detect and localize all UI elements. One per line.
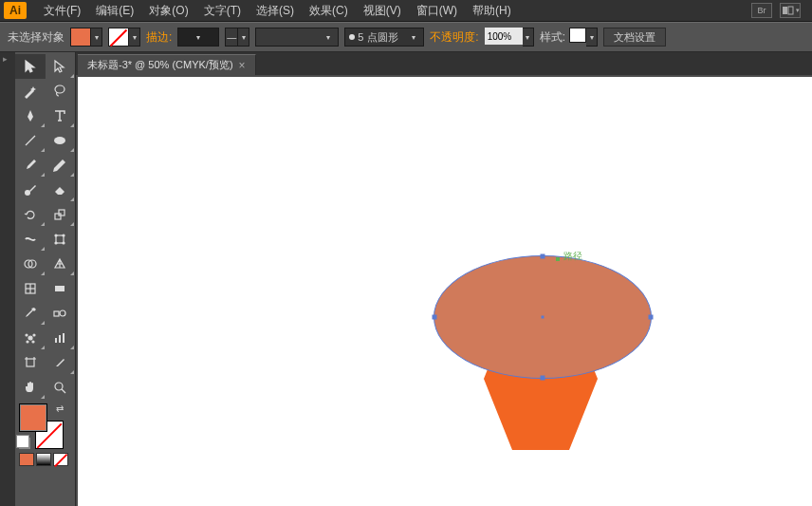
fill-color-square[interactable] <box>19 403 47 432</box>
svg-point-5 <box>25 190 30 196</box>
style-label: 样式: <box>540 29 565 46</box>
eraser-tool[interactable] <box>46 178 76 202</box>
selection-tool[interactable] <box>15 54 46 79</box>
svg-point-4 <box>54 137 65 144</box>
svg-rect-0 <box>783 7 787 14</box>
svg-point-11 <box>55 242 57 244</box>
menu-window[interactable]: 窗口(W) <box>409 3 465 19</box>
scale-tool[interactable] <box>46 202 76 227</box>
zoom-tool[interactable] <box>46 375 76 400</box>
svg-rect-1 <box>788 7 793 14</box>
eyedropper-tool[interactable] <box>15 301 46 326</box>
pencil-tool[interactable] <box>46 153 76 178</box>
document-tab[interactable]: 未标题-3* @ 50% (CMYK/预览) × <box>78 54 256 75</box>
blob-brush-tool[interactable] <box>15 178 46 202</box>
profile-button[interactable]: — <box>225 28 238 47</box>
anchor-point[interactable] <box>541 376 545 381</box>
ellipse-tool[interactable] <box>46 128 76 153</box>
canvas-area[interactable]: 路径 <box>76 75 812 506</box>
style-dropdown[interactable]: ▾ <box>586 28 598 47</box>
slice-tool[interactable] <box>46 350 76 375</box>
fill-swatch-dropdown[interactable]: ▾ <box>91 28 102 47</box>
close-icon[interactable]: × <box>239 59 246 72</box>
stroke-swatch-dropdown[interactable]: ▾ <box>129 28 140 47</box>
brush-tool[interactable] <box>15 153 46 178</box>
direct-selection-tool[interactable] <box>46 54 76 79</box>
opacity-label[interactable]: 不透明度: <box>430 29 478 46</box>
svg-point-23 <box>33 334 35 336</box>
graph-tool[interactable] <box>46 326 76 350</box>
menu-object[interactable]: 对象(O) <box>141 3 195 19</box>
svg-rect-18 <box>55 286 65 291</box>
width-tool[interactable] <box>15 227 46 252</box>
artboard-tool[interactable] <box>15 350 46 375</box>
menu-help[interactable]: 帮助(H) <box>465 3 519 19</box>
brush-definition-field[interactable]: ▾ <box>255 28 339 47</box>
workspace-switcher[interactable]: ▾ <box>780 3 801 18</box>
bridge-button[interactable]: Br <box>751 3 772 18</box>
color-mode-button[interactable] <box>19 453 34 466</box>
path-indicator-icon <box>556 257 560 261</box>
tab-bar: 未标题-3* @ 50% (CMYK/预览) × <box>76 52 812 75</box>
swap-colors-icon[interactable]: ⇄ <box>56 403 64 414</box>
gradient-tool[interactable] <box>46 276 76 301</box>
gradient-mode-button[interactable] <box>36 453 51 466</box>
svg-point-12 <box>63 242 65 244</box>
menu-text[interactable]: 文字(T) <box>196 3 249 19</box>
line-tool[interactable] <box>15 128 46 153</box>
default-colors-icon[interactable] <box>19 438 30 449</box>
selection-status: 未选择对象 <box>8 29 65 46</box>
pen-tool[interactable] <box>15 103 46 128</box>
path-label: 路径 <box>563 250 582 263</box>
svg-rect-27 <box>59 335 61 343</box>
rotate-tool[interactable] <box>15 202 46 227</box>
artboard[interactable]: 路径 <box>78 77 812 506</box>
profile-dropdown[interactable]: ▾ <box>238 28 249 47</box>
svg-point-20 <box>60 310 65 316</box>
free-transform-tool[interactable] <box>46 227 76 252</box>
perspective-tool[interactable] <box>46 252 76 276</box>
ellipse-shape[interactable] <box>434 255 652 379</box>
svg-point-9 <box>55 234 57 236</box>
document-settings-button[interactable]: 文档设置 <box>603 28 666 47</box>
menu-select[interactable]: 选择(S) <box>249 3 302 19</box>
mesh-tool[interactable] <box>15 276 46 301</box>
hand-tool[interactable] <box>15 375 46 400</box>
menu-edit[interactable]: 编辑(E) <box>88 3 141 19</box>
symbol-tool[interactable] <box>15 326 46 350</box>
toolbox: ⇄ <box>15 52 76 506</box>
menu-view[interactable]: 视图(V) <box>356 3 409 19</box>
svg-point-10 <box>63 234 65 236</box>
lasso-tool[interactable] <box>46 79 76 103</box>
stroke-label[interactable]: 描边: <box>146 29 172 46</box>
anchor-point[interactable] <box>541 254 545 259</box>
stroke-swatch[interactable] <box>108 28 129 47</box>
shape-builder-tool[interactable] <box>15 252 46 276</box>
panel-collapse-icon[interactable]: ▸ <box>3 54 12 64</box>
svg-rect-7 <box>59 210 65 216</box>
style-swatch[interactable] <box>569 28 586 43</box>
magic-wand-tool[interactable] <box>15 79 46 103</box>
opacity-field[interactable]: 100% <box>485 28 523 45</box>
tab-title: 未标题-3* @ 50% (CMYK/预览) <box>87 58 233 72</box>
svg-point-24 <box>27 341 28 343</box>
opacity-dropdown[interactable]: ▾ <box>523 28 534 47</box>
brush-style-field[interactable]: 5 点圆形▾ <box>344 28 424 47</box>
type-tool[interactable] <box>46 103 76 128</box>
svg-point-22 <box>26 334 28 336</box>
stroke-weight-field[interactable]: ▾ <box>177 28 219 47</box>
svg-point-34 <box>55 383 63 390</box>
fill-swatch[interactable] <box>70 28 91 47</box>
color-picker[interactable]: ⇄ <box>19 403 71 449</box>
svg-rect-6 <box>55 214 61 219</box>
svg-rect-28 <box>63 333 65 343</box>
anchor-point[interactable] <box>649 315 654 320</box>
none-mode-button[interactable] <box>53 453 68 466</box>
center-point <box>542 316 544 319</box>
blend-tool[interactable] <box>46 301 76 326</box>
menu-file[interactable]: 文件(F) <box>36 3 88 19</box>
svg-line-35 <box>62 389 65 393</box>
svg-rect-19 <box>54 311 59 316</box>
menu-effect[interactable]: 效果(C) <box>302 3 356 19</box>
anchor-point[interactable] <box>433 315 437 320</box>
